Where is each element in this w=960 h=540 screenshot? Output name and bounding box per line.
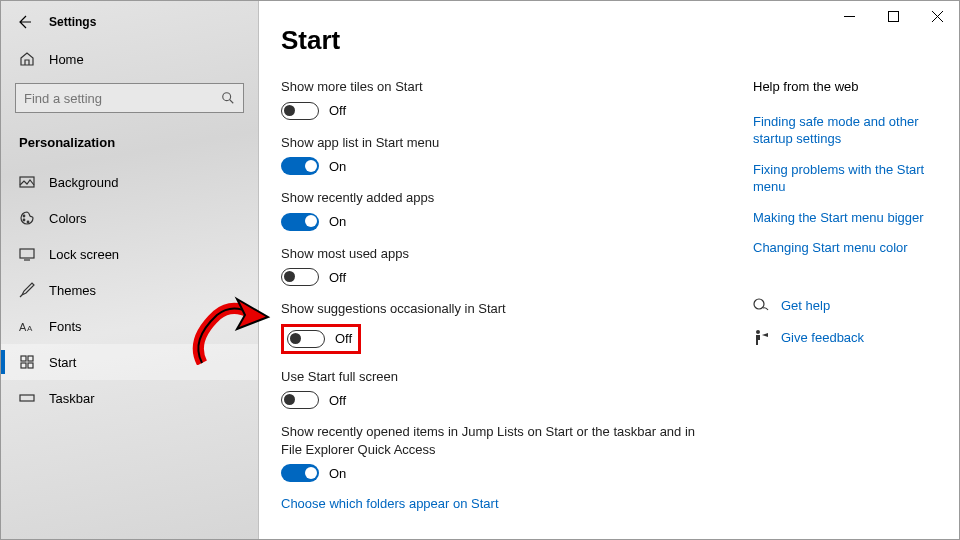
nav-label: Themes: [49, 283, 96, 298]
svg-text:A: A: [27, 324, 33, 333]
back-button[interactable]: [15, 13, 33, 31]
font-icon: AA: [19, 318, 35, 334]
maximize-button[interactable]: [871, 1, 915, 31]
svg-text:A: A: [19, 321, 27, 333]
toggle-state: On: [329, 159, 346, 174]
setting-label: Show app list in Start menu: [281, 134, 711, 152]
sidebar-item-taskbar[interactable]: Taskbar: [1, 380, 258, 416]
svg-rect-13: [888, 11, 898, 21]
toggle-most-used[interactable]: [281, 268, 319, 286]
folders-link[interactable]: Choose which folders appear on Start: [281, 496, 711, 511]
get-help-row[interactable]: Get help: [753, 297, 937, 313]
toggle-app-list[interactable]: [281, 157, 319, 175]
toggle-jumplists[interactable]: [281, 464, 319, 482]
svg-point-2: [23, 215, 25, 217]
palette-icon: [19, 210, 35, 226]
sidebar-item-colors[interactable]: Colors: [1, 200, 258, 236]
setting-label: Show recently opened items in Jump Lists…: [281, 423, 711, 458]
sidebar-item-home[interactable]: Home: [1, 41, 258, 77]
setting-fullscreen: Use Start full screen Off: [281, 368, 711, 410]
setting-most-used: Show most used apps Off: [281, 245, 711, 287]
svg-rect-12: [20, 395, 34, 401]
svg-point-0: [223, 93, 231, 101]
toggle-fullscreen[interactable]: [281, 391, 319, 409]
setting-label: Show suggestions occasionally in Start: [281, 300, 711, 318]
sidebar: Settings Home Personalization Background: [1, 1, 259, 539]
nav-label: Background: [49, 175, 118, 190]
help-icon: [753, 297, 769, 313]
nav-label: Lock screen: [49, 247, 119, 262]
close-button[interactable]: [915, 1, 959, 31]
home-label: Home: [49, 52, 84, 67]
feedback-link: Give feedback: [781, 330, 864, 345]
toggle-state: Off: [329, 393, 346, 408]
nav-label: Start: [49, 355, 76, 370]
setting-jumplists: Show recently opened items in Jump Lists…: [281, 423, 711, 482]
sidebar-item-themes[interactable]: Themes: [1, 272, 258, 308]
setting-label: Use Start full screen: [281, 368, 711, 386]
svg-rect-10: [21, 363, 26, 368]
nav-label: Fonts: [49, 319, 82, 334]
nav-label: Taskbar: [49, 391, 95, 406]
monitor-icon: [19, 246, 35, 262]
help-link-safemode[interactable]: Finding safe mode and other startup sett…: [753, 114, 937, 148]
feedback-row[interactable]: Give feedback: [753, 329, 937, 345]
help-link-bigger[interactable]: Making the Start menu bigger: [753, 210, 937, 227]
svg-point-14: [754, 299, 764, 309]
toggle-state: Off: [329, 270, 346, 285]
setting-label: Show more tiles on Start: [281, 78, 711, 96]
setting-more-tiles: Show more tiles on Start Off: [281, 78, 711, 120]
setting-suggestions: Show suggestions occasionally in Start O…: [281, 300, 711, 354]
toggle-state: Off: [329, 103, 346, 118]
setting-app-list: Show app list in Start menu On: [281, 134, 711, 176]
section-heading: Personalization: [1, 127, 258, 164]
sidebar-item-lockscreen[interactable]: Lock screen: [1, 236, 258, 272]
nav-label: Colors: [49, 211, 87, 226]
sidebar-item-background[interactable]: Background: [1, 164, 258, 200]
start-icon: [19, 354, 35, 370]
search-input[interactable]: [15, 83, 244, 113]
sidebar-item-fonts[interactable]: AA Fonts: [1, 308, 258, 344]
toggle-more-tiles[interactable]: [281, 102, 319, 120]
svg-point-15: [756, 330, 760, 334]
brush-icon: [19, 282, 35, 298]
help-aside: Help from the web Finding safe mode and …: [753, 79, 937, 361]
search-icon: [221, 91, 235, 105]
toggle-suggestions[interactable]: [287, 330, 325, 348]
settings-window: Settings Home Personalization Background: [0, 0, 960, 540]
svg-rect-11: [28, 363, 33, 368]
setting-recently-added: Show recently added apps On: [281, 189, 711, 231]
setting-label: Show most used apps: [281, 245, 711, 263]
svg-rect-8: [21, 356, 26, 361]
picture-icon: [19, 174, 35, 190]
feedback-icon: [753, 329, 769, 345]
toggle-state: On: [329, 214, 346, 229]
titlebar-buttons: [827, 1, 959, 31]
home-icon: [19, 51, 35, 67]
search-wrap: [1, 77, 258, 127]
main-content: Start Show more tiles on Start Off Show …: [259, 1, 959, 539]
nav: Background Colors Lock screen Themes AA …: [1, 164, 258, 416]
svg-rect-9: [28, 356, 33, 361]
help-link-color[interactable]: Changing Start menu color: [753, 240, 937, 257]
help-heading: Help from the web: [753, 79, 937, 94]
window-title: Settings: [49, 15, 96, 29]
annotation-highlight: Off: [281, 324, 361, 354]
taskbar-icon: [19, 390, 35, 406]
toggle-recently-added[interactable]: [281, 213, 319, 231]
help-link-fixstart[interactable]: Fixing problems with the Start menu: [753, 162, 937, 196]
minimize-button[interactable]: [827, 1, 871, 31]
setting-label: Show recently added apps: [281, 189, 711, 207]
sidebar-item-start[interactable]: Start: [1, 344, 258, 380]
search-field[interactable]: [24, 91, 221, 106]
svg-point-4: [27, 221, 29, 223]
svg-rect-5: [20, 249, 34, 258]
page-title: Start: [281, 25, 711, 56]
sidebar-header: Settings: [1, 1, 258, 41]
toggle-state: On: [329, 466, 346, 481]
svg-point-3: [23, 219, 25, 221]
toggle-state: Off: [335, 331, 352, 346]
page-content: Start Show more tiles on Start Off Show …: [281, 25, 711, 539]
get-help-link: Get help: [781, 298, 830, 313]
